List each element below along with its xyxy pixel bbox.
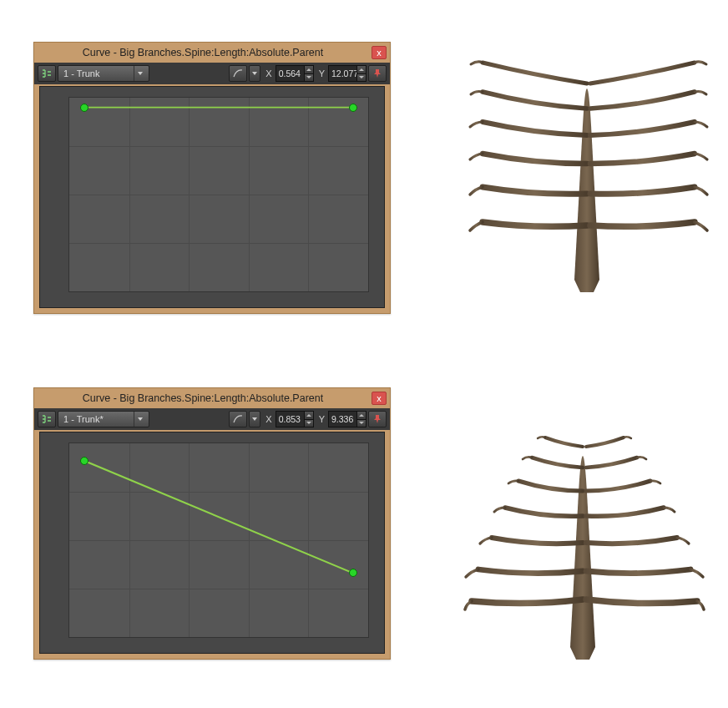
curve-handle-end[interactable] (349, 104, 357, 112)
spin-up-button[interactable] (305, 66, 313, 74)
pin-icon (372, 414, 382, 424)
spin-up-button[interactable] (357, 66, 366, 74)
y-label: Y (319, 68, 325, 78)
x-input[interactable] (276, 412, 305, 427)
y-input[interactable] (329, 66, 357, 81)
close-icon: x (377, 393, 382, 403)
hierarchy-button[interactable] (38, 65, 56, 82)
chevron-down-icon (134, 412, 145, 427)
hierarchy-icon (41, 68, 53, 79)
close-button[interactable]: x (372, 392, 387, 405)
titlebar[interactable]: Curve - Big Branches.Spine:Length:Absolu… (34, 43, 390, 63)
close-icon: x (377, 48, 382, 58)
graph-canvas[interactable] (68, 442, 369, 638)
y-spinner[interactable] (328, 411, 367, 427)
hierarchy-button[interactable] (38, 411, 56, 427)
spin-down-button[interactable] (357, 420, 366, 427)
pin-icon (372, 68, 382, 78)
chevron-down-icon (134, 66, 145, 81)
titlebar[interactable]: Curve - Big Branches.Spine:Length:Absolu… (34, 388, 390, 408)
node-dropdown[interactable]: 1 - Trunk (58, 65, 149, 82)
toolbar: 1 - Trunk* X Y (34, 408, 390, 430)
pin-button[interactable] (368, 411, 387, 427)
graph-canvas[interactable] (68, 97, 369, 292)
graph-area[interactable] (39, 86, 385, 308)
graph-area[interactable] (39, 432, 385, 654)
hierarchy-icon (41, 413, 53, 425)
dropdown-label: 1 - Trunk (63, 68, 99, 78)
tree-preview-tapered (463, 417, 705, 660)
spin-up-button[interactable] (305, 412, 313, 420)
curve-editor-panel: Curve - Big Branches.Spine:Length:Absolu… (33, 42, 391, 314)
toolbar: 1 - Trunk X Y (34, 63, 390, 84)
y-spinner[interactable] (328, 65, 367, 82)
pin-button[interactable] (368, 65, 387, 82)
x-label: X (265, 68, 271, 78)
spin-down-button[interactable] (305, 420, 313, 427)
close-button[interactable]: x (372, 46, 387, 59)
curve-handle-start[interactable] (80, 457, 88, 465)
spin-down-button[interactable] (305, 74, 313, 82)
svg-line-1 (84, 461, 353, 574)
curve-preset-dropdown[interactable] (249, 65, 260, 82)
curve-preset-dropdown[interactable] (249, 411, 260, 427)
curve-handle-end[interactable] (349, 569, 357, 577)
spin-down-button[interactable] (357, 74, 366, 82)
y-label: Y (319, 414, 325, 424)
node-dropdown[interactable]: 1 - Trunk* (58, 411, 149, 427)
curve-editor-panel: Curve - Big Branches.Spine:Length:Absolu… (33, 387, 391, 660)
window-title: Curve - Big Branches.Spine:Length:Absolu… (34, 392, 372, 404)
chevron-down-icon (252, 72, 257, 75)
chevron-down-icon (252, 417, 257, 421)
x-spinner[interactable] (276, 65, 314, 82)
curve-preset-button[interactable] (229, 411, 247, 427)
curve-handle-start[interactable] (80, 104, 88, 112)
y-input[interactable] (329, 412, 357, 427)
curve-preset-icon (232, 68, 244, 79)
curve-preset-button[interactable] (229, 65, 247, 82)
x-spinner[interactable] (276, 411, 314, 427)
tree-preview-uniform (468, 50, 710, 292)
dropdown-label: 1 - Trunk* (63, 414, 104, 424)
x-label: X (265, 414, 271, 424)
x-input[interactable] (276, 66, 305, 81)
window-title: Curve - Big Branches.Spine:Length:Absolu… (34, 47, 372, 58)
curve-preset-icon (232, 413, 244, 425)
spin-up-button[interactable] (357, 412, 366, 420)
